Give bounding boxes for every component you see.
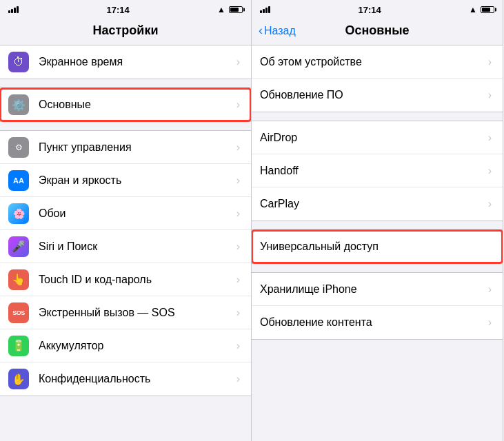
- right-section-1: Об этом устройстве › Обновление ПО ›: [252, 45, 503, 112]
- settings-item-handoff[interactable]: Handoff ›: [252, 154, 503, 187]
- battery-fill-right: [482, 8, 490, 12]
- settings-item-sos[interactable]: SOS Экстренный вызов — SOS ›: [0, 296, 251, 329]
- right-panel: 17:14 ▲ ‹ Назад Основные Об этом устройс…: [252, 0, 503, 441]
- settings-item-control-center[interactable]: ⚙ Пункт управления ›: [0, 131, 251, 164]
- signal-bars: [8, 6, 19, 13]
- time-left: 17:14: [106, 5, 129, 15]
- settings-item-airdrop[interactable]: AirDrop ›: [252, 121, 503, 154]
- settings-section-3: ⚙ Пункт управления › AA Экран и яркость …: [0, 130, 251, 396]
- settings-item-touch-id[interactable]: 👆 Touch ID и код-пароль ›: [0, 263, 251, 296]
- battery-icon: 🔋: [8, 336, 29, 356]
- status-right-left: ▲: [217, 5, 243, 14]
- signal-right: [260, 6, 270, 13]
- screen-time-label: Экранное время: [39, 56, 236, 68]
- right-section-3: Универсальный доступ: [252, 229, 503, 264]
- wifi-icon-left: ▲: [217, 5, 225, 14]
- settings-item-screen-time[interactable]: ⏱ Экранное время ›: [0, 45, 251, 79]
- settings-item-battery[interactable]: 🔋 Аккумулятор ›: [0, 329, 251, 362]
- screen-time-icon: ⏱: [8, 52, 29, 72]
- settings-item-update[interactable]: Обновление ПО ›: [252, 79, 503, 112]
- carplay-label: CarPlay: [260, 198, 488, 210]
- battery-right: [481, 6, 494, 13]
- bar4: [17, 6, 19, 13]
- sos-icon: SOS: [8, 302, 29, 323]
- bar1: [8, 10, 10, 13]
- control-center-icon: ⚙: [8, 137, 29, 158]
- bg-refresh-label: Обновление контента: [260, 316, 488, 329]
- signal-bars-right: [260, 6, 270, 13]
- iphone-storage-label: Хранилище iPhone: [260, 283, 488, 296]
- accessibility-label: Универсальный доступ: [260, 240, 492, 253]
- signal-left: [8, 6, 19, 13]
- general-icon: ⚙️: [8, 94, 29, 115]
- settings-section-2: ⚙️ Основные ›: [0, 88, 251, 122]
- siri-icon: 🎤: [8, 236, 29, 257]
- settings-item-wallpaper[interactable]: 🌸 Обои ›: [0, 197, 251, 230]
- settings-section-1: ⏱ Экранное время ›: [0, 45, 251, 79]
- privacy-label: Конфиденциальность: [39, 373, 236, 385]
- settings-item-privacy[interactable]: ✋ Конфиденциальность ›: [0, 362, 251, 396]
- touch-id-label: Touch ID и код-пароль: [39, 274, 236, 286]
- nav-bar: ‹ Назад Основные: [252, 19, 503, 45]
- right-section-4: Хранилище iPhone › Обновление контента ›: [252, 272, 503, 340]
- settings-item-display[interactable]: AA Экран и яркость ›: [0, 164, 251, 197]
- touch-id-icon: 👆: [8, 269, 29, 290]
- siri-label: Siri и Поиск: [39, 240, 236, 253]
- siri-chevron: ›: [236, 240, 240, 253]
- back-button[interactable]: ‹ Назад: [259, 23, 296, 38]
- bg-refresh-chevron: ›: [488, 316, 492, 329]
- left-panel: 17:14 ▲ Настройки ⏱ Экранное время › ⚙️ …: [0, 0, 252, 441]
- control-center-label: Пункт управления: [39, 141, 236, 154]
- wallpaper-icon: 🌸: [8, 203, 29, 224]
- iphone-storage-chevron: ›: [488, 283, 492, 296]
- bar3: [14, 8, 16, 13]
- right-section-2: AirDrop › Handoff › CarPlay ›: [252, 121, 503, 221]
- sos-label: Экстренный вызов — SOS: [39, 307, 236, 319]
- display-icon: AA: [8, 170, 29, 191]
- display-label: Экран и яркость: [39, 174, 236, 187]
- status-bar-left: 17:14 ▲: [0, 0, 251, 19]
- back-chevron-icon: ‹: [259, 23, 263, 38]
- wallpaper-chevron: ›: [236, 207, 240, 220]
- display-chevron: ›: [236, 174, 240, 187]
- settings-item-accessibility[interactable]: Универсальный доступ: [252, 230, 503, 263]
- privacy-icon: ✋: [8, 369, 29, 389]
- status-bar-right: 17:14 ▲: [252, 0, 503, 19]
- touch-id-chevron: ›: [236, 274, 240, 286]
- settings-item-siri[interactable]: 🎤 Siri и Поиск ›: [0, 230, 251, 263]
- update-chevron: ›: [488, 89, 492, 101]
- about-chevron: ›: [488, 56, 492, 68]
- general-chevron: ›: [236, 99, 240, 111]
- control-center-chevron: ›: [236, 141, 240, 154]
- screen-time-chevron: ›: [236, 56, 240, 68]
- settings-item-carplay[interactable]: CarPlay ›: [252, 187, 503, 220]
- settings-item-about[interactable]: Об этом устройстве ›: [252, 45, 503, 79]
- settings-item-iphone-storage[interactable]: Хранилище iPhone ›: [252, 273, 503, 306]
- handoff-label: Handoff: [260, 165, 488, 177]
- back-label: Назад: [264, 25, 296, 37]
- settings-item-general[interactable]: ⚙️ Основные ›: [0, 88, 251, 121]
- battery-fill-left: [230, 8, 239, 12]
- about-label: Об этом устройстве: [260, 56, 488, 68]
- right-page-title: Основные: [345, 23, 409, 38]
- bar2: [11, 9, 13, 13]
- settings-item-bg-refresh[interactable]: Обновление контента ›: [252, 306, 503, 339]
- airdrop-label: AirDrop: [260, 132, 488, 144]
- wallpaper-label: Обои: [39, 207, 236, 220]
- carplay-chevron: ›: [488, 198, 492, 210]
- general-label: Основные: [39, 99, 236, 111]
- sos-chevron: ›: [236, 307, 240, 319]
- wifi-icon-right: ▲: [469, 5, 477, 14]
- battery-left: [229, 6, 243, 13]
- update-label: Обновление ПО: [260, 89, 488, 101]
- left-page-title: Настройки: [0, 19, 251, 45]
- privacy-chevron: ›: [236, 373, 240, 385]
- battery-label: Аккумулятор: [39, 340, 236, 352]
- status-right-right: ▲: [469, 5, 494, 14]
- handoff-chevron: ›: [488, 165, 492, 177]
- time-right: 17:14: [358, 5, 381, 15]
- airdrop-chevron: ›: [488, 132, 492, 144]
- battery-chevron: ›: [236, 340, 240, 352]
